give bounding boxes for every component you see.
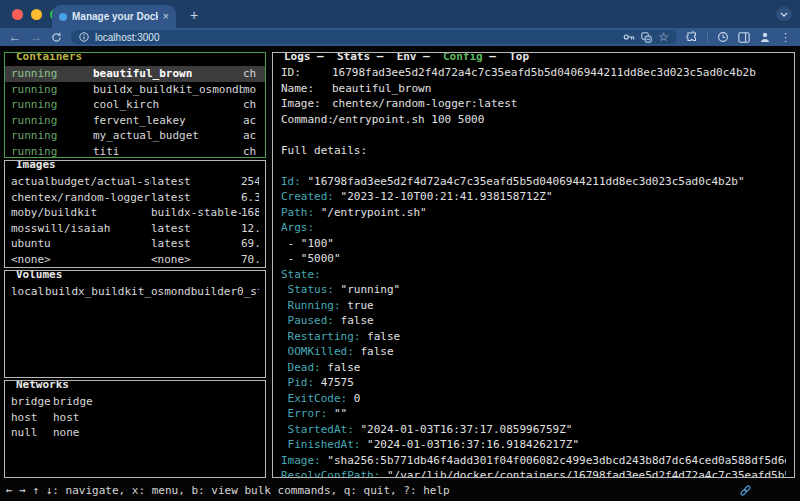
- network-driver: host: [53, 410, 259, 426]
- detail-tab[interactable]: Env: [370, 52, 416, 63]
- container-name: my_actual_budget: [93, 128, 243, 144]
- detail-key: StartedAt:: [281, 423, 354, 436]
- network-row[interactable]: null none: [5, 425, 265, 441]
- detail-line: OOMKilled: false: [281, 344, 786, 360]
- tab-title: Manage your Docker fleet wi: [72, 11, 158, 22]
- minimize-window-button[interactable]: [31, 9, 42, 20]
- new-tab-button[interactable]: +: [186, 8, 202, 24]
- container-name: cool_kirch: [93, 97, 243, 113]
- detail-key: Running:: [281, 299, 341, 312]
- detail-value: "sha256:5b771db46f4add301f04f006082c499e…: [321, 454, 786, 467]
- summary-line: ID: 16798fad3ee5d2f4d72a4c7c35eafd5b5d04…: [281, 65, 786, 81]
- detail-tab[interactable]: Logs: [284, 52, 311, 63]
- reload-icon[interactable]: [51, 32, 62, 43]
- container-state: running: [11, 128, 93, 144]
- container-row[interactable]: running beautiful_brown ch: [5, 66, 265, 82]
- detail-tab[interactable]: Config: [417, 52, 483, 63]
- detail-line: FinishedAt: "2024-01-03T16:37:16.9184262…: [281, 437, 786, 453]
- detail-value: 47575: [314, 376, 354, 389]
- detail-lines: Id: "16798fad3ee5d2f4d72a4c7c35eafd5b5d0…: [281, 174, 786, 479]
- sync-circle-icon[interactable]: [717, 31, 729, 43]
- browser-toolbar: ← → localhost:3000 ☆ ⋮: [0, 28, 800, 46]
- browser-tab[interactable]: Manage your Docker fleet wi ×: [52, 5, 176, 28]
- container-row[interactable]: running fervent_leakey ac: [5, 113, 265, 129]
- detail-panel: Logs Stats Env Config Top ID: 16798fad3e…: [272, 52, 795, 478]
- full-details-heading: Full details:: [281, 143, 786, 159]
- container-name: fervent_leakey: [93, 113, 243, 129]
- summary-label: Image:: [281, 96, 332, 112]
- image-name: ubuntu: [11, 236, 151, 252]
- tab-search-chevron-icon[interactable]: [776, 7, 792, 21]
- detail-value: "/var/lib/docker/containers/16798fad3ee5…: [380, 469, 786, 478]
- image-row[interactable]: ubuntu latest 69.27M: [5, 236, 265, 252]
- detail-value: false: [354, 345, 394, 358]
- address-bar[interactable]: localhost:3000 ☆: [71, 30, 677, 44]
- detail-line: Args:: [281, 220, 786, 236]
- summary-line: Command: /entrypoint.sh 100 5000: [281, 112, 786, 128]
- container-row[interactable]: running my_actual_budget ac: [5, 128, 265, 144]
- summary-value: chentex/random-logger:latest: [332, 96, 786, 112]
- detail-line: Dead: false: [281, 360, 786, 376]
- keybinding-hints: ← → ↑ ↓: navigate, x: menu, b: view bulk…: [6, 484, 450, 497]
- detail-line: - "100": [281, 236, 786, 252]
- container-state: running: [11, 82, 93, 98]
- container-row[interactable]: running buildx_buildkit_osmondbuilder0 m…: [5, 82, 265, 98]
- container-row[interactable]: running titi ch: [5, 144, 265, 159]
- containers-panel-title: Containers: [13, 52, 85, 63]
- network-row[interactable]: bridge bridge: [5, 394, 265, 410]
- extensions-puzzle-icon[interactable]: [686, 31, 698, 43]
- forward-icon[interactable]: →: [30, 31, 42, 43]
- detail-line: Status: "running": [281, 282, 786, 298]
- detail-value: - "5000": [281, 252, 341, 265]
- detail-line: Pid: 47575: [281, 375, 786, 391]
- detail-key: Restarting:: [281, 330, 360, 343]
- summary-label: ID:: [281, 65, 332, 81]
- site-info-icon[interactable]: [79, 32, 89, 42]
- detail-line: Error: "": [281, 406, 786, 422]
- detail-value: 0: [347, 392, 360, 405]
- translate-icon[interactable]: [641, 32, 652, 43]
- image-tag: latest: [151, 190, 241, 206]
- images-list: actualbudget/actual-server latest 254.96…: [5, 161, 265, 267]
- detail-key: Dead:: [281, 361, 321, 374]
- detail-line: Created: "2023-12-10T00:21:41.938158712Z…: [281, 189, 786, 205]
- networks-panel: Networks bridge bridge host host null no…: [4, 380, 266, 478]
- kebab-menu-icon[interactable]: ⋮: [780, 32, 791, 43]
- detail-key: Image:: [281, 454, 321, 467]
- detail-line: - "5000": [281, 251, 786, 267]
- side-panel-icon[interactable]: [738, 32, 750, 43]
- image-row[interactable]: moby/buildkit buildx-stable-1 168.13: [5, 205, 265, 221]
- image-name: moby/buildkit: [11, 205, 151, 221]
- tab-close-icon[interactable]: ×: [163, 11, 169, 22]
- image-size: 254.96: [241, 174, 259, 190]
- detail-tab[interactable]: Top: [483, 52, 529, 63]
- container-image: ch: [243, 97, 259, 113]
- volume-row[interactable]: local buildx_buildkit_osmondbuilder0_sta…: [5, 284, 265, 300]
- detail-line: ResolvConfPath: "/var/lib/docker/contain…: [281, 468, 786, 478]
- toolbar-separator: [707, 32, 708, 43]
- containers-panel: Containers running beautiful_brown ch ru…: [4, 52, 266, 158]
- detail-key: Path:: [281, 206, 314, 219]
- image-row[interactable]: chentex/random-logger latest 6.36MB: [5, 190, 265, 206]
- profile-avatar-icon[interactable]: [759, 31, 771, 43]
- image-row[interactable]: actualbudget/actual-server latest 254.96: [5, 174, 265, 190]
- blank-line: [281, 127, 786, 143]
- detail-key: ExitCode:: [281, 392, 347, 405]
- detail-tab[interactable]: Stats: [311, 52, 371, 63]
- image-row[interactable]: <none> <none> 70.73M: [5, 252, 265, 268]
- network-row[interactable]: host host: [5, 410, 265, 426]
- bookmark-star-icon[interactable]: ☆: [658, 31, 669, 43]
- detail-value: "2024-01-03T16:37:16.918426217Z": [360, 438, 579, 451]
- remote-link-icon[interactable]: [739, 484, 752, 497]
- url-text[interactable]: localhost:3000: [95, 32, 160, 43]
- container-row[interactable]: running cool_kirch ch: [5, 97, 265, 113]
- image-row[interactable]: mosswill/isaiah latest 12.58M: [5, 221, 265, 237]
- detail-value: true: [341, 299, 374, 312]
- docker-favicon-icon: [59, 13, 67, 21]
- back-icon[interactable]: ←: [9, 31, 21, 43]
- summary-label: Name:: [281, 81, 332, 97]
- toolbar-right-icons: ⋮: [686, 31, 791, 43]
- detail-body: ID: 16798fad3ee5d2f4d72a4c7c35eafd5b5d04…: [273, 53, 794, 478]
- close-window-button[interactable]: [12, 9, 23, 20]
- password-key-icon[interactable]: [623, 32, 635, 42]
